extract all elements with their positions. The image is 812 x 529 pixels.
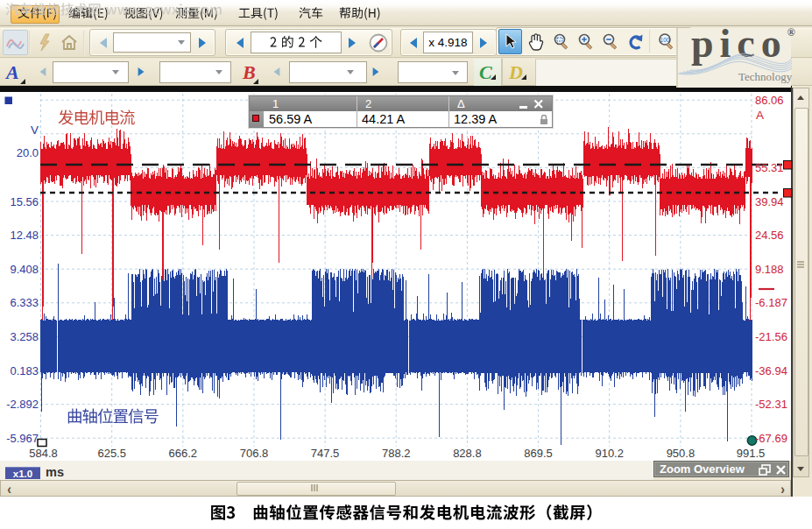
svg-text:100: 100 bbox=[660, 37, 669, 43]
